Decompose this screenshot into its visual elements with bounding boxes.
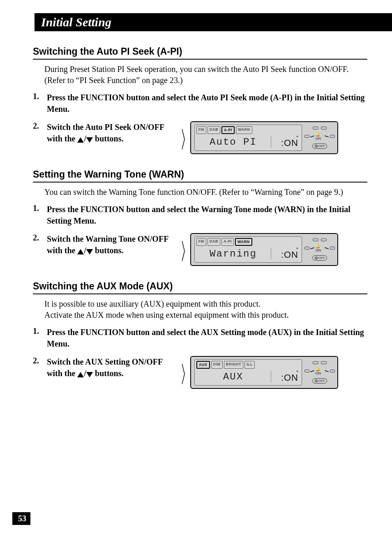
ray-icon: [325, 247, 329, 249]
down-triangle-icon: [86, 372, 93, 377]
manual-page: Initial Setting Switching the Auto PI Se…: [0, 0, 392, 557]
lcd-tab: DAB: [208, 126, 220, 134]
off-label: ⏻ OFF: [314, 144, 325, 148]
lcd-tab: DIM: [211, 361, 223, 369]
chevron-right-icon: 〉: [182, 239, 185, 260]
lcd-tab-row: FMDABA-PIWARN: [195, 237, 302, 246]
step-text: Switch the Warning Tone ON/OFF with the …: [47, 233, 170, 256]
title-bar: Initial Setting: [35, 13, 392, 31]
step-number: 2.: [33, 356, 47, 365]
indicator-icon: [304, 247, 309, 250]
indicator-icon: [313, 238, 318, 241]
step-number: 2.: [33, 233, 47, 243]
step-number: 1.: [33, 92, 47, 101]
lcd-illustration: 〉 FMDABA-PIWARN Warning ▸ :ON 🔔ON ⏻ OFF: [180, 233, 338, 266]
indicator-icon: [321, 238, 327, 241]
section-intro: It is possible to use auxiliary (AUX) eq…: [44, 298, 367, 321]
indicator-icon: [313, 127, 318, 129]
indicator-icon: [321, 361, 327, 364]
lcd-tab: WARN: [236, 126, 252, 134]
up-triangle-icon: [77, 372, 84, 377]
off-badge: ⏻ OFF: [312, 378, 327, 384]
step: 1. Press the FUNCTION button and select …: [33, 203, 367, 226]
ray-icon: [310, 135, 314, 137]
lcd-panel: FMDABA-PIWARN Auto PI ▸ :ON 🔔ON ⏻ OFF: [190, 121, 338, 154]
lcd-readout: Auto PI ▸ :ON: [195, 134, 302, 150]
lcd-tab: FM: [196, 126, 206, 134]
lcd-tab: BRIGHT: [224, 361, 244, 369]
indicator-icon: [321, 127, 327, 129]
step: 1. Press the FUNCTION button and select …: [33, 326, 367, 349]
section: Setting the Warning Tone (WARN) You can …: [33, 169, 367, 266]
section-heading: Setting the Warning Tone (WARN): [33, 169, 367, 183]
lcd-tab: ILL: [244, 361, 255, 369]
step: 2. Switch the AUX Setting ON/OFF with th…: [33, 356, 367, 389]
chevron-right-icon: 〉: [182, 127, 185, 148]
section-heading: Switching the AUX Mode (AUX): [33, 281, 367, 294]
up-triangle-icon: [77, 249, 84, 254]
section: Switching the Auto PI Seek (A-PI) During…: [33, 46, 367, 154]
lcd-illustration: 〉 FMDABA-PIWARN Auto PI ▸ :ON 🔔ON ⏻ OFF: [180, 121, 338, 154]
lcd-panel: FMDABA-PIWARN Warning ▸ :ON 🔔ON ⏻ OFF: [190, 233, 338, 266]
lcd-tab: A-PI: [221, 238, 234, 246]
lcd-tab: WARN: [235, 238, 252, 246]
step-text: Switch the AUX Setting ON/OFF with the /…: [47, 356, 170, 379]
page-number: 53: [12, 512, 30, 525]
lcd-separator: [271, 136, 271, 148]
indicator-icon: [330, 247, 335, 250]
lcd-label: Auto PI: [198, 136, 268, 148]
lcd-side-icons: 🔔ON ⏻ OFF: [305, 359, 334, 386]
indicator-icon: [304, 370, 309, 372]
lcd-panel: AUXDIMBRIGHTILL AUX ▸ :ON 🔔ON ⏻ OFF: [190, 356, 338, 389]
off-label: ⏻ OFF: [314, 379, 325, 383]
indicator-icon: [304, 135, 309, 138]
lcd-illustration: 〉 AUXDIMBRIGHTILL AUX ▸ :ON 🔔ON ⏻ OFF: [180, 356, 338, 389]
lcd-tab-row: AUXDIMBRIGHTILL: [195, 360, 302, 369]
lcd-readout: Warning ▸ :ON: [195, 246, 302, 262]
ray-icon: [310, 247, 314, 249]
lcd-label: Warning: [198, 248, 268, 259]
step-text: Press the FUNCTION button and select the…: [47, 326, 367, 349]
off-badge: ⏻ OFF: [312, 255, 327, 261]
lcd-tab: DAB: [208, 238, 220, 246]
down-triangle-icon: [86, 137, 93, 143]
lcd-side-icons: 🔔ON ⏻ OFF: [305, 125, 334, 151]
lcd-tab-row: FMDABA-PIWARN: [195, 125, 302, 134]
on-label: 🔔ON: [316, 132, 324, 141]
lcd-main: FMDABA-PIWARN Auto PI ▸ :ON: [194, 125, 302, 151]
lcd-value: :ON: [281, 250, 298, 260]
page-title: Initial Setting: [41, 15, 111, 29]
section-intro: You can switch the Warning Tone function…: [44, 187, 367, 198]
ray-icon: [325, 370, 329, 372]
lcd-side-icons: 🔔ON ⏻ OFF: [305, 236, 334, 263]
step-number: 2.: [33, 121, 47, 131]
on-label: 🔔ON: [316, 244, 324, 252]
section: Switching the AUX Mode (AUX) It is possi…: [33, 281, 367, 389]
step: 2. Switch the Auto PI Seek ON/OFF with t…: [33, 121, 367, 154]
chevron-right-icon: 〉: [182, 362, 185, 383]
indicator-icon: [330, 135, 335, 138]
ray-icon: [310, 370, 314, 372]
indicator-icon: [330, 370, 335, 372]
off-badge: ⏻ OFF: [312, 143, 327, 149]
off-label: ⏻ OFF: [314, 256, 325, 260]
step-text: Press the FUNCTION button and select the…: [47, 92, 367, 115]
down-triangle-icon: [86, 249, 93, 254]
lcd-label: AUX: [198, 371, 268, 382]
lcd-value: :ON: [281, 138, 298, 148]
lcd-tab: AUX: [196, 361, 210, 369]
indicator-icon: [313, 361, 318, 364]
on-label: 🔔ON: [316, 367, 324, 375]
section-heading: Switching the Auto PI Seek (A-PI): [33, 46, 367, 60]
step: 2. Switch the Warning Tone ON/OFF with t…: [33, 233, 367, 266]
up-triangle-icon: [77, 137, 84, 143]
section-intro: During Preset Station PI Seek operation,…: [44, 64, 367, 86]
step-text: Switch the Auto PI Seek ON/OFF with the …: [47, 121, 170, 144]
step-text: Press the FUNCTION button and select the…: [47, 203, 367, 226]
step-number: 1.: [33, 326, 47, 336]
lcd-value: :ON: [281, 372, 298, 383]
lcd-separator: [271, 371, 271, 382]
step-number: 1.: [33, 203, 47, 213]
ray-icon: [325, 135, 329, 137]
lcd-main: FMDABA-PIWARN Warning ▸ :ON: [194, 236, 302, 263]
